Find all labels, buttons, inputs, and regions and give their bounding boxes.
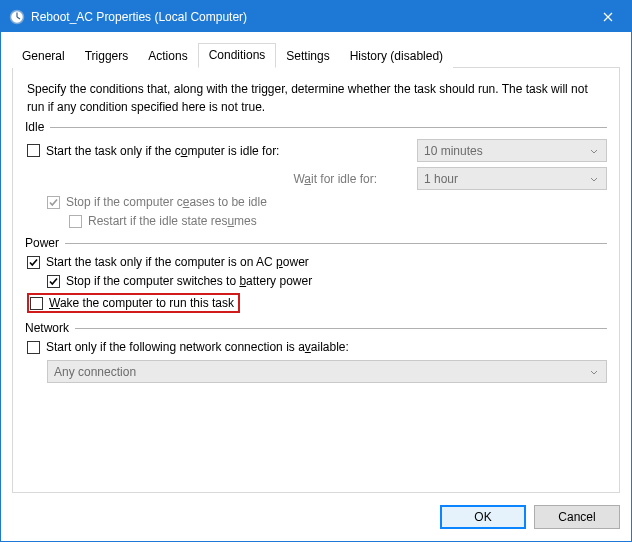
section-power: Power Start the task only if the compute…	[25, 236, 607, 313]
divider	[50, 127, 607, 128]
close-button[interactable]	[585, 1, 631, 32]
tabstrip: General Triggers Actions Conditions Sett…	[12, 43, 620, 68]
chevron-down-icon	[590, 144, 598, 158]
highlight-wake: Wake the computer to run this task	[27, 293, 240, 313]
label-idle-start: Start the task only if the computer is i…	[46, 144, 279, 158]
label-stop-battery: Stop if the computer switches to battery…	[66, 274, 312, 288]
select-wait-duration-value: 1 hour	[424, 172, 458, 186]
client-area: General Triggers Actions Conditions Sett…	[1, 32, 631, 541]
label-ac-power: Start the task only if the computer is o…	[46, 255, 309, 269]
tab-history[interactable]: History (disabled)	[340, 45, 453, 68]
close-icon	[603, 12, 613, 22]
label-wait-for: Wait for idle for:	[293, 172, 377, 186]
tab-body-conditions: Specify the conditions that, along with …	[12, 68, 620, 493]
label-network: Start only if the following network conn…	[46, 340, 349, 354]
checkbox-idle-start[interactable]	[27, 144, 40, 157]
tab-general[interactable]: General	[12, 45, 75, 68]
select-idle-duration-value: 10 minutes	[424, 144, 483, 158]
cancel-button[interactable]: Cancel	[534, 505, 620, 529]
tab-conditions[interactable]: Conditions	[198, 43, 277, 68]
section-network: Network Start only if the following netw…	[25, 321, 607, 383]
checkbox-restart-resume	[69, 215, 82, 228]
tab-actions[interactable]: Actions	[138, 45, 197, 68]
app-icon	[9, 9, 25, 25]
select-network-connection-value: Any connection	[54, 365, 136, 379]
window-title: Reboot_AC Properties (Local Computer)	[31, 10, 585, 24]
label-restart-resume: Restart if the idle state resumes	[88, 214, 257, 228]
checkbox-wake[interactable]	[30, 297, 43, 310]
checkbox-ac-power[interactable]	[27, 256, 40, 269]
dialog-footer: OK Cancel	[12, 493, 620, 529]
label-stop-ceases: Stop if the computer ceases to be idle	[66, 195, 267, 209]
titlebar: Reboot_AC Properties (Local Computer)	[1, 1, 631, 32]
section-idle: Idle Start the task only if the computer…	[25, 120, 607, 228]
label-wake: Wake the computer to run this task	[49, 296, 234, 310]
section-idle-title: Idle	[25, 120, 50, 134]
checkbox-stop-ceases	[47, 196, 60, 209]
chevron-down-icon	[590, 172, 598, 186]
chevron-down-icon	[590, 365, 598, 379]
window: Reboot_AC Properties (Local Computer) Ge…	[0, 0, 632, 542]
select-idle-duration[interactable]: 10 minutes	[417, 139, 607, 162]
section-power-title: Power	[25, 236, 65, 250]
select-network-connection[interactable]: Any connection	[47, 360, 607, 383]
tab-triggers[interactable]: Triggers	[75, 45, 139, 68]
divider	[75, 328, 607, 329]
conditions-description: Specify the conditions that, along with …	[27, 80, 605, 116]
ok-button[interactable]: OK	[440, 505, 526, 529]
tab-settings[interactable]: Settings	[276, 45, 339, 68]
select-wait-duration[interactable]: 1 hour	[417, 167, 607, 190]
checkbox-network[interactable]	[27, 341, 40, 354]
section-network-title: Network	[25, 321, 75, 335]
divider	[65, 243, 607, 244]
checkbox-stop-battery[interactable]	[47, 275, 60, 288]
